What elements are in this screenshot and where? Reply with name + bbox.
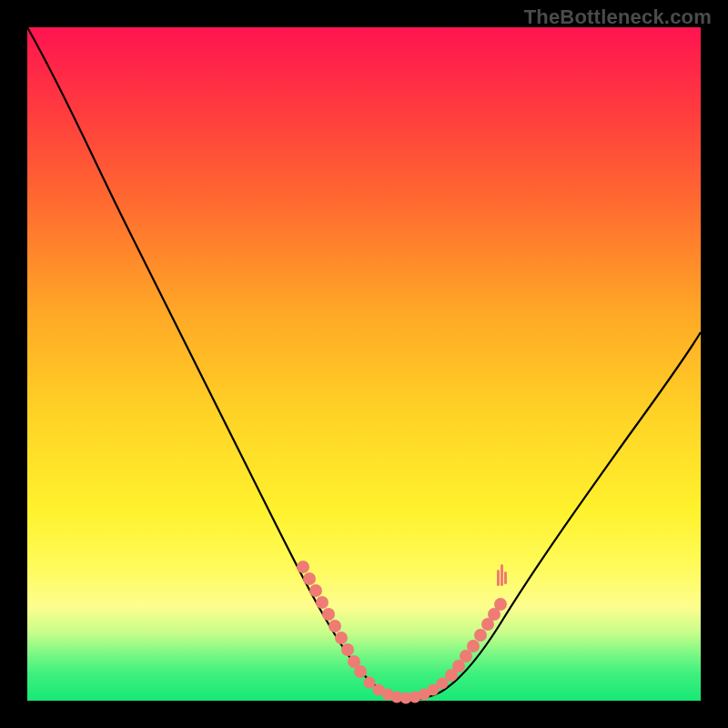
svg-point-7 xyxy=(341,643,354,656)
right-dot-cluster xyxy=(445,564,507,682)
svg-point-2 xyxy=(309,584,322,597)
left-dot-cluster xyxy=(297,561,367,678)
svg-rect-27 xyxy=(497,570,500,586)
svg-point-1 xyxy=(303,572,316,585)
svg-point-23 xyxy=(474,629,487,642)
svg-point-4 xyxy=(322,608,335,621)
bottom-dot-cluster xyxy=(364,677,449,704)
watermark-text: TheBottleneck.com xyxy=(524,5,712,29)
bottleneck-curve xyxy=(27,27,701,700)
svg-point-9 xyxy=(354,665,367,678)
svg-rect-28 xyxy=(500,564,503,586)
svg-point-22 xyxy=(467,640,480,652)
svg-point-18 xyxy=(437,678,449,690)
chart-frame: TheBottleneck.com xyxy=(0,0,728,728)
svg-rect-29 xyxy=(504,571,507,584)
svg-point-5 xyxy=(329,620,341,632)
svg-point-0 xyxy=(297,561,309,573)
plot-area xyxy=(27,27,701,701)
svg-point-3 xyxy=(316,596,329,609)
svg-point-6 xyxy=(335,632,348,644)
svg-point-26 xyxy=(494,598,507,611)
curve-svg xyxy=(27,27,701,701)
